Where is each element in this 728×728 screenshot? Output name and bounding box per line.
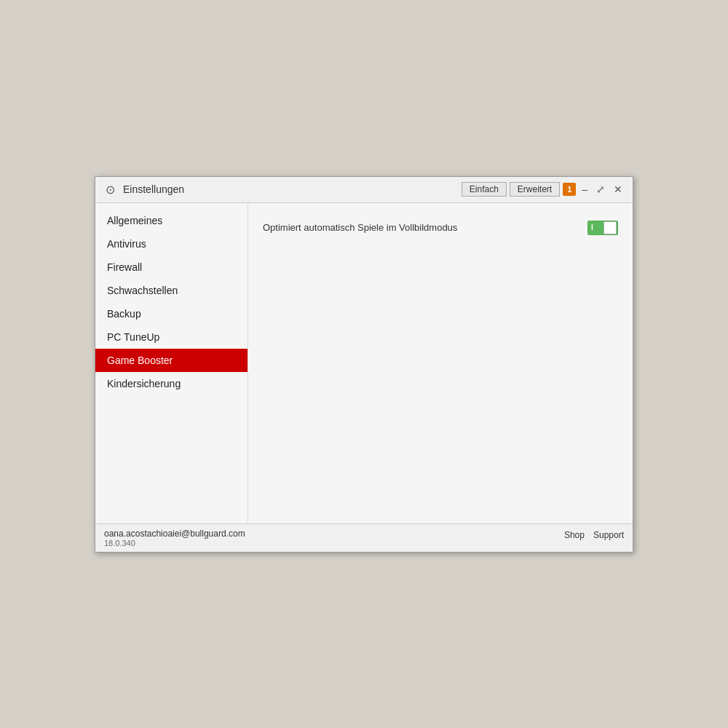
maximize-button[interactable]: ⤢	[593, 183, 608, 196]
notification-badge: 1	[563, 183, 576, 196]
erweitert-button[interactable]: Erweitert	[510, 182, 560, 197]
sidebar-item-kindersicherung[interactable]: Kindersicherung	[95, 372, 248, 395]
close-button[interactable]: ✕	[611, 183, 625, 196]
title-bar: ⊙ Einstellungen Einfach Erweitert 1 – ⤢ …	[95, 177, 633, 203]
app-version: 18.0.340	[104, 539, 245, 547]
status-right: Shop Support	[564, 529, 624, 540]
shop-link[interactable]: Shop	[564, 530, 585, 540]
toggle-fullscreen[interactable]: I	[587, 221, 618, 235]
status-left: oana.acostachioaiei@bullguard.com 18.0.3…	[104, 529, 245, 547]
main-content: Optimiert automatisch Spiele im Vollbild…	[248, 203, 633, 523]
sidebar-item-backup[interactable]: Backup	[95, 302, 248, 325]
sidebar-item-antivirus[interactable]: Antivirus	[95, 232, 248, 256]
app-icon: ⊙	[103, 182, 117, 197]
setting-row-fullscreen: Optimiert automatisch Spiele im Vollbild…	[263, 215, 618, 241]
sidebar-item-pc-tuneup[interactable]: PC TuneUp	[95, 325, 248, 349]
main-window: ⊙ Einstellungen Einfach Erweitert 1 – ⤢ …	[95, 176, 633, 553]
einfach-button[interactable]: Einfach	[462, 182, 507, 197]
toolbar-buttons: Einfach Erweitert 1 – ⤢ ✕	[462, 182, 625, 197]
status-bar: oana.acostachioaiei@bullguard.com 18.0.3…	[95, 523, 633, 552]
sidebar: Allgemeines Antivirus Firewall Schwachst…	[95, 203, 248, 523]
sidebar-item-allgemeines[interactable]: Allgemeines	[95, 209, 248, 232]
content-area: Allgemeines Antivirus Firewall Schwachst…	[95, 203, 633, 523]
setting-label-fullscreen: Optimiert automatisch Spiele im Vollbild…	[263, 222, 457, 233]
toggle-knob	[604, 221, 617, 234]
window-title: Einstellungen	[123, 183, 456, 195]
user-email: oana.acostachioaiei@bullguard.com	[104, 529, 245, 539]
sidebar-item-firewall[interactable]: Firewall	[95, 256, 248, 279]
toggle-on-label: I	[591, 223, 593, 232]
support-link[interactable]: Support	[593, 530, 624, 540]
sidebar-item-schwachstellen[interactable]: Schwachstellen	[95, 279, 248, 302]
sidebar-item-game-booster[interactable]: Game Booster	[95, 349, 248, 372]
minimize-button[interactable]: –	[579, 183, 590, 196]
